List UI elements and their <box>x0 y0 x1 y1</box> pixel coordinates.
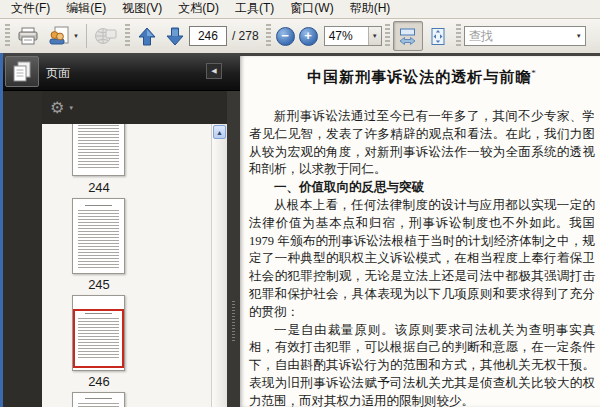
section-heading: 一、价值取向的反思与突破 <box>249 179 595 197</box>
paragraph-intro: 新刑事诉讼法通过至今已有一年多了，其间不少专家、学者见仁见智，发表了许多精辟的观… <box>249 108 595 179</box>
fit-page-icon <box>429 27 447 46</box>
document-page[interactable]: 中国新刑事诉讼法的透析与前瞻* 新刑事诉讼法通过至今已有一年多了，其间不少专家、… <box>240 53 600 407</box>
collapse-left-icon: ◀ <box>211 67 216 75</box>
toolbar-separator <box>86 24 87 48</box>
pdf-reader-window: 文件(F) 编辑(E) 视图(V) 文档(D) 工具(T) 窗口(W) 帮助(H… <box>0 0 600 407</box>
toolbar-grip <box>456 24 461 48</box>
page-thumbnail-current[interactable] <box>72 295 125 371</box>
find-input[interactable] <box>465 27 573 45</box>
pages-panel-header: 页面 ◀ <box>0 53 240 91</box>
zoom-dropdown-caret[interactable]: ▼ <box>368 27 381 45</box>
zoom-level-combobox[interactable]: 47% ▼ <box>324 26 382 46</box>
zoom-in-button[interactable]: + <box>299 27 318 46</box>
menu-help[interactable]: 帮助(H) <box>342 0 399 19</box>
paragraph-body: 从根本上看，任何法律制度的设计与应用都以实现一定的法律价值为基本点和归宿，刑事诉… <box>249 197 595 322</box>
pages-panel-tab[interactable] <box>5 56 39 87</box>
thumbnail-label[interactable]: 246 <box>69 374 129 389</box>
toolbar-grip <box>5 24 10 48</box>
menu-edit[interactable]: 编辑(E) <box>58 0 114 19</box>
fit-page-button[interactable] <box>423 21 453 51</box>
splitter-grip <box>232 301 235 343</box>
pages-panel-title: 页面 <box>46 65 70 82</box>
thumbnail-page-content <box>85 205 112 206</box>
thumbnail-panel: 244 245 246 <box>42 124 211 407</box>
fit-width-icon <box>398 27 417 46</box>
zoom-level-value: 47% <box>325 29 368 43</box>
toolbar: ▼ / 278 − + <box>0 19 600 54</box>
menu-bar: 文件(F) 编辑(E) 视图(V) 文档(D) 工具(T) 窗口(W) 帮助(H… <box>0 0 600 19</box>
sidebar-icon-column <box>0 91 42 407</box>
share-globe-icon <box>94 27 118 46</box>
menu-tools[interactable]: 工具(T) <box>227 0 282 19</box>
toolbar-grip <box>125 24 130 48</box>
thumbnail-page-content <box>85 398 112 399</box>
window-left-edge <box>0 53 3 407</box>
page-thumbnail[interactable] <box>72 124 125 176</box>
pages-icon <box>11 60 33 84</box>
thumbnail-label[interactable]: 245 <box>69 277 129 292</box>
find-dropdown-caret[interactable]: ▼ <box>573 27 585 45</box>
collapse-panel-button[interactable]: ◀ <box>206 63 222 79</box>
menu-file[interactable]: 文件(F) <box>3 0 58 19</box>
gear-icon[interactable]: ⚙ <box>50 98 64 117</box>
footnote-mark: * <box>531 68 537 78</box>
printer-icon <box>17 27 39 45</box>
previous-page-button[interactable] <box>133 22 161 50</box>
menu-view[interactable]: 视图(V) <box>114 0 170 19</box>
menu-window[interactable]: 窗口(W) <box>282 0 341 19</box>
collaborate-icon <box>47 26 70 46</box>
options-dropdown-caret[interactable]: ▼ <box>68 105 74 111</box>
page-thumbnail[interactable] <box>72 392 125 407</box>
toolbar-grip <box>266 24 271 48</box>
document-title: 中国新刑事诉讼法的透析与前瞻* <box>249 68 595 87</box>
find-combobox: ▼ <box>464 26 586 46</box>
visible-area-highlight[interactable] <box>73 309 124 368</box>
menu-document[interactable]: 文档(D) <box>170 0 227 19</box>
up-arrow-icon <box>137 27 157 46</box>
page-thumbnail[interactable] <box>72 198 125 274</box>
share-button-disabled <box>90 22 122 50</box>
thumbnail-page-content <box>78 210 119 268</box>
down-arrow-icon <box>165 27 185 46</box>
thumbnail-page-content <box>78 124 119 170</box>
collaborate-button[interactable]: ▼ <box>43 22 83 50</box>
navigation-sidebar: 页面 ◀ ⚙ ▼ 244 245 <box>0 53 240 407</box>
scroll-up-icon: ▲ <box>216 129 223 136</box>
thumbnail-page-content <box>78 403 119 407</box>
thumbnail-label[interactable]: 244 <box>69 180 129 195</box>
thumbnail-scrollbar[interactable]: ▲ <box>211 124 227 407</box>
page-number-input[interactable] <box>189 26 227 46</box>
scroll-up-button[interactable]: ▲ <box>213 125 226 139</box>
fit-width-button[interactable] <box>393 21 423 51</box>
collaborate-dropdown-caret[interactable]: ▼ <box>73 33 79 39</box>
thumbnail-options-bar: ⚙ ▼ <box>42 91 240 124</box>
panel-splitter[interactable] <box>227 53 240 407</box>
print-button[interactable] <box>13 22 43 50</box>
zoom-out-button[interactable]: − <box>276 27 295 46</box>
page-total-label: / 278 <box>232 29 259 43</box>
next-page-button[interactable] <box>161 22 189 50</box>
paragraph-body: 一是自由裁量原则。该原则要求司法机关为查明事实真相，有效打击犯罪，可以根据自己的… <box>249 322 595 407</box>
toolbar-grip <box>385 24 390 48</box>
